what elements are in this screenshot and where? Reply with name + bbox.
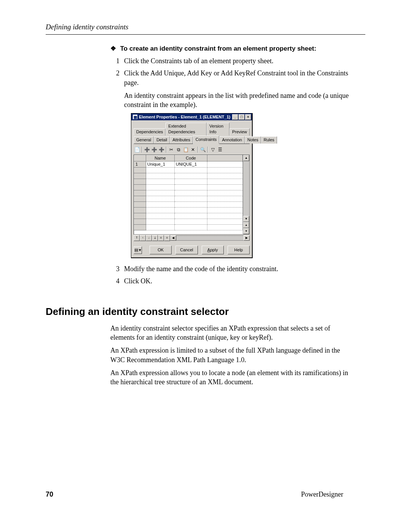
properties-icon[interactable]: 📄 [134, 146, 140, 153]
find-icon[interactable]: 🔍 [199, 146, 206, 153]
grid-col-name[interactable]: Name [146, 155, 175, 161]
maximize-button[interactable]: □ [239, 114, 245, 120]
dropdown-arrow-icon: ▾ [139, 247, 141, 253]
cell-code[interactable]: UNIQUE_1 [174, 161, 207, 167]
body-paragraph: An identity constraint selector specifie… [110, 324, 350, 342]
table-row[interactable] [134, 184, 243, 190]
tab-extended-dependencies[interactable]: Extended Dependencies [166, 123, 207, 136]
vertical-scrollbar[interactable]: ▲ ▼ ▲ ▼ [243, 155, 249, 234]
paste-icon[interactable]: 📋 [182, 146, 189, 153]
scroll-left-icon[interactable]: ◀ [170, 235, 176, 241]
dialog-titlebar[interactable]: ▦ Element Properties - Element_1 (ELEMEN… [131, 113, 252, 120]
tab-annotation[interactable]: Annotation [219, 136, 245, 144]
running-header: Defining identity constraints [0, 23, 411, 34]
dialog-app-icon: ▦ [133, 115, 137, 119]
table-row[interactable]: 1 Unique_1 UNIQUE_1 [134, 161, 243, 167]
scroll-track[interactable] [243, 161, 249, 216]
scroll-up-icon[interactable]: ▲ [243, 155, 249, 161]
cut-icon[interactable]: ✂ [168, 146, 175, 153]
scroll-track-h[interactable] [176, 235, 244, 241]
toolbar-separator [198, 147, 198, 153]
minimize-button[interactable]: _ [232, 114, 238, 120]
copy-icon[interactable]: ⧉ [175, 146, 182, 153]
grid-col-code[interactable]: Code [174, 155, 207, 161]
diamond-bullet-icon: ❖ [110, 45, 116, 53]
tab-version-info[interactable]: Version Info [207, 123, 229, 136]
step-number: 4 [110, 276, 119, 286]
section-title: Defining an identity constraint selector [46, 306, 411, 318]
cancel-button[interactable]: Cancel [175, 246, 198, 254]
table-row[interactable] [134, 190, 243, 196]
tab-notes[interactable]: Notes [245, 136, 261, 144]
step-item: 4 Click OK. [110, 276, 350, 286]
product-name: PowerDesigner [301, 490, 343, 498]
tab-attributes[interactable]: Attributes [170, 136, 193, 144]
step-result: An identity constraint appears in the li… [124, 91, 350, 110]
apply-button[interactable]: Apply [202, 246, 224, 254]
add-keyref-icon[interactable]: ➕ [158, 146, 165, 153]
grid-toolbar: 📄 ➕ ➕ ➕ ✂ ⧉ 📋 ✕ 🔍 [134, 145, 250, 155]
table-row[interactable] [134, 196, 243, 201]
scroll-right-icon[interactable]: ▶ [244, 235, 250, 241]
move-down-icon[interactable]: ↓ [146, 235, 152, 241]
add-unique-icon[interactable]: ➕ [143, 146, 150, 153]
body-paragraph: An XPath expression is limited to a subs… [110, 346, 350, 364]
body-paragraph: An XPath expression allows you to locate… [110, 368, 350, 387]
menu-icon: ▤ [134, 247, 138, 253]
step-item: 1 Click the Constraints tab of an elemen… [110, 56, 350, 66]
help-button[interactable]: Help [228, 246, 250, 254]
ok-button[interactable]: OK [150, 246, 172, 254]
move-last-icon[interactable]: ⤓ [152, 235, 158, 241]
table-row[interactable] [134, 219, 243, 224]
step-item: 2 Click the Add Unique, Add Key or Add K… [110, 69, 350, 258]
scroll-down-icon[interactable]: ▼ [243, 216, 249, 222]
task-heading-text: To create an identity constraint from an… [120, 45, 316, 52]
table-row[interactable] [134, 179, 243, 184]
delete-icon[interactable]: ✕ [190, 146, 196, 153]
table-row[interactable] [134, 167, 243, 173]
close-button[interactable]: × [245, 114, 251, 120]
step-item: 3 Modify the name and the code of the id… [110, 264, 350, 273]
dialog-title: Element Properties - Element_1 (ELEMENT_… [139, 114, 232, 120]
tab-row-primary: General Detail Attributes Constraints An… [134, 135, 250, 144]
scroll-top-icon[interactable]: ▲ [243, 222, 249, 228]
page-number: 70 [46, 490, 53, 498]
page-footer: 70 PowerDesigner [46, 490, 343, 498]
add-key-icon[interactable]: ➕ [151, 146, 158, 153]
scroll-bottom-icon[interactable]: ▼ [243, 228, 249, 234]
tab-general[interactable]: General [134, 136, 154, 144]
step-number: 3 [110, 264, 119, 273]
table-row[interactable] [134, 173, 243, 179]
cell-name[interactable]: Unique_1 [146, 161, 175, 167]
tab-dependencies[interactable]: Dependencies [134, 128, 166, 136]
tab-row-secondary: Dependencies Extended Dependencies Versi… [134, 123, 250, 136]
properties-dialog: ▦ Element Properties - Element_1 (ELEMEN… [131, 113, 253, 258]
move-up-icon[interactable]: ↑ [140, 235, 146, 241]
cell-empty[interactable] [207, 161, 243, 167]
page: Defining identity constraints ❖ To creat… [0, 0, 411, 532]
step-text: Click the Add Unique, Add Key or Add Key… [124, 69, 348, 86]
move-prev-icon[interactable]: ≡ [158, 235, 164, 241]
tab-rules[interactable]: Rules [261, 136, 277, 144]
table-row[interactable] [134, 201, 243, 207]
table-row[interactable] [134, 224, 243, 230]
filter-icon[interactable]: ▽ [209, 146, 216, 153]
grid-table: Name Code 1 Unique_1 UNIQUE_1 [134, 155, 243, 230]
table-row[interactable] [134, 207, 243, 213]
move-next-icon[interactable]: ≡ [164, 235, 170, 241]
constraints-grid: Name Code 1 Unique_1 UNIQUE_1 [134, 155, 250, 235]
tab-preview[interactable]: Preview [229, 128, 250, 136]
horizontal-scrollbar[interactable]: ◀ ▶ [170, 235, 250, 241]
row-number: 1 [134, 161, 146, 167]
step-number: 1 [110, 56, 119, 66]
header-rule [46, 34, 365, 35]
tab-detail[interactable]: Detail [154, 136, 170, 144]
toolbar-separator [166, 147, 167, 153]
step-text: Click OK. [124, 277, 152, 285]
grid-order-bar: ⤒ ↑ ↓ ⤓ ≡ ≡ ◀ ▶ [134, 235, 250, 241]
tab-constraints[interactable]: Constraints [193, 136, 220, 144]
customize-columns-icon[interactable]: ☰ [217, 146, 223, 153]
dialog-menu-button[interactable]: ▤ ▾ [134, 246, 142, 254]
move-first-icon[interactable]: ⤒ [134, 235, 140, 241]
table-row[interactable] [134, 213, 243, 219]
